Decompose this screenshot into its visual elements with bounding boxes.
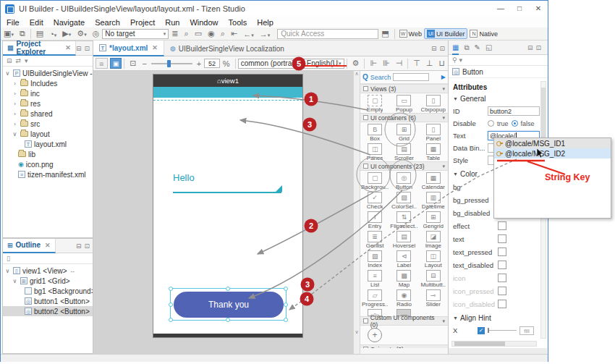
outline-item-grid1[interactable]: ∨⊞ grid1 <Grid> xyxy=(3,276,93,286)
palette-item-check[interactable]: ✓ Check xyxy=(360,190,389,210)
design-mode-icon[interactable]: ⧈ xyxy=(96,58,108,69)
selection-handle[interactable] xyxy=(226,318,230,322)
maximize-editor-icon[interactable]: ⊡ xyxy=(439,45,445,52)
target-selector[interactable]: No target▾ xyxy=(102,29,169,39)
tree-item-res[interactable]: › res xyxy=(3,98,93,109)
properties-hscrollbar[interactable] xyxy=(451,341,537,347)
quick-access-input[interactable]: Quick Access xyxy=(277,29,378,39)
palette-item-panes[interactable]: ◫ Panes xyxy=(360,142,389,161)
chevron-up-icon[interactable]: ▴ xyxy=(442,347,445,349)
section-snippets[interactable]: Snippets (0)▴ xyxy=(360,344,448,348)
section-ui-containers[interactable]: UI containers (6)▾ xyxy=(360,113,448,122)
menu-help[interactable]: Help xyxy=(257,18,273,27)
tree-item-icon-png[interactable]: ◉ icon.png xyxy=(3,159,93,169)
tree-item-manifest[interactable]: ≡ tizen-manifest.xml xyxy=(3,169,93,179)
tab-layout-xml[interactable]: T *layout.xml ✕ xyxy=(93,41,164,56)
selection-handle[interactable] xyxy=(169,287,173,291)
general-section-header[interactable]: ▼ General xyxy=(453,95,540,103)
palette-item-index[interactable]: ▧ Index xyxy=(360,249,389,268)
selection-handle[interactable] xyxy=(169,302,173,307)
autocomplete-item-msg-id2[interactable]: @locale/MSG_ID2 xyxy=(494,148,611,158)
palette-item-empty[interactable]: ▢ Empty xyxy=(360,93,389,113)
palette-item-radio[interactable]: ◉ Radio xyxy=(389,288,418,308)
outline-tab[interactable]: ⊞ Outline ✕ xyxy=(3,239,56,253)
pin-menu-icon[interactable]: ▾ xyxy=(459,56,463,64)
zoom-out-icon[interactable]: − xyxy=(140,59,150,68)
close-icon[interactable]: ✕ xyxy=(43,242,51,249)
tree-item-layout-xml[interactable]: T layout.xml xyxy=(3,139,93,149)
tree-item-lib[interactable]: lib xyxy=(3,149,93,159)
chevron-down-icon[interactable]: ▾ xyxy=(442,318,445,324)
section-views[interactable]: Views (3)▾ xyxy=(360,84,448,93)
outline-item-button2[interactable]: ◎ button2 <Button> xyxy=(3,306,93,316)
last-edit-icon[interactable]: ⇤ xyxy=(228,29,240,38)
view-menu-icon[interactable]: ▾ xyxy=(25,57,28,64)
menu-run[interactable]: Run xyxy=(165,18,179,27)
palette-item-colorselector[interactable]: ▨ ColorSel.. xyxy=(389,190,418,210)
tree-item-src[interactable]: › src xyxy=(3,119,93,129)
align-hint-section-header[interactable]: ▼ Align Hint xyxy=(453,314,540,322)
selection-handle[interactable] xyxy=(169,318,173,322)
autocomplete-item-msg-id1[interactable]: @locale/MSG_ID1 xyxy=(494,138,611,148)
perspective-native[interactable]: N Native xyxy=(467,29,500,38)
profile-icon[interactable]: ⚙▾ xyxy=(74,29,89,38)
maximize-view-icon[interactable]: ⊡ xyxy=(84,45,90,52)
forward-icon[interactable]: →▾ xyxy=(257,30,273,38)
document-icon[interactable]: ▤ xyxy=(33,29,46,38)
run-icon[interactable]: ▶▾ xyxy=(59,29,74,38)
zoom-value-input[interactable]: 52 xyxy=(204,59,220,68)
selection-handle[interactable] xyxy=(226,287,230,291)
perspective-web[interactable]: W Web xyxy=(397,29,424,38)
align-middle-icon[interactable]: ⊥ xyxy=(423,59,436,68)
minimize-button[interactable]: — xyxy=(491,1,510,16)
icon-pressed-color-swatch[interactable] xyxy=(498,287,506,295)
align-left-icon[interactable]: ⊩ xyxy=(367,59,380,68)
icon-disabled-color-swatch[interactable] xyxy=(498,300,506,308)
text-pressed-color-swatch[interactable] xyxy=(498,247,506,256)
palette-item-grid[interactable]: ⊞ Grid xyxy=(389,122,418,142)
close-button[interactable]: ✕ xyxy=(529,1,548,16)
section-ui-components[interactable]: UI components (23)▾ xyxy=(360,161,448,171)
text-color-swatch[interactable] xyxy=(498,234,506,243)
tab-localization[interactable]: ◍ UIBuilderSingleView Localization xyxy=(164,41,290,56)
align-top-icon[interactable]: ⊤ xyxy=(410,59,423,68)
outline-filter-icon[interactable]: ▯ xyxy=(7,255,10,262)
scroll-up-icon[interactable]: ∧ xyxy=(354,71,360,77)
palette-item-hoversel[interactable]: ▤ Hoversel xyxy=(389,229,418,249)
icon-color-swatch[interactable] xyxy=(498,274,506,282)
search-a-icon[interactable]: ⌕ xyxy=(182,29,192,38)
tree-item-layout[interactable]: ∨ layout xyxy=(3,129,93,139)
canvas-scrollbar[interactable]: ∧ ∨ xyxy=(353,71,360,354)
palette-item-ctxpopup[interactable]: ▯ Ctxpopup xyxy=(419,93,448,113)
maximize-button[interactable]: □ xyxy=(510,1,529,16)
text-disabled-color-swatch[interactable] xyxy=(498,261,506,269)
certificate-icon[interactable]: ◉ xyxy=(205,29,218,38)
menu-window[interactable]: Window xyxy=(190,18,218,27)
emulator-manager-icon[interactable]: ≣ xyxy=(169,29,181,38)
scroll-down-icon[interactable]: ∨ xyxy=(354,329,360,335)
minimize-view-icon[interactable]: ⊟ xyxy=(76,242,82,250)
disable-true-radio[interactable] xyxy=(488,120,494,127)
tree-item-includes[interactable]: › Includes xyxy=(3,78,93,88)
record-icon[interactable]: ◎ xyxy=(90,29,103,38)
outline-item-view1[interactable]: ∨▯ view1 <View>↔ xyxy=(3,266,93,276)
search-go-icon[interactable]: ▶ xyxy=(441,74,446,80)
palette-item-image[interactable]: ◪ Image xyxy=(419,229,448,249)
button1-hello[interactable]: Hello xyxy=(173,172,195,183)
source-tab-icon[interactable]: ◱ xyxy=(485,43,492,51)
menu-navigate[interactable]: Navigate xyxy=(54,18,85,27)
fit-to-screen-icon[interactable]: ⊡ xyxy=(127,59,139,68)
back-icon[interactable]: ←▾ xyxy=(240,30,257,38)
design-source-mode-icon[interactable]: ▣ xyxy=(110,58,122,69)
maximize-view-icon[interactable]: ⊡ xyxy=(84,242,90,250)
menu-edit[interactable]: Edit xyxy=(30,18,43,27)
close-icon[interactable]: ✕ xyxy=(64,44,71,51)
collapse-all-icon[interactable]: ⊟ xyxy=(7,57,12,64)
profile-selector[interactable]: common (portrait_HD)▾ xyxy=(238,59,301,69)
palette-item-multibuttonentry[interactable]: ⊟ Multibutt.. xyxy=(419,268,448,288)
search-doc-icon[interactable]: ⌕ xyxy=(218,29,228,38)
new-project-icon[interactable]: ▣▾ xyxy=(1,29,17,38)
window-icon[interactable]: ▭ xyxy=(192,29,205,38)
minimize-view-icon[interactable]: ⊟ xyxy=(527,44,533,51)
section-custom-components[interactable]: Custom UI components (0)▾ xyxy=(360,316,448,326)
